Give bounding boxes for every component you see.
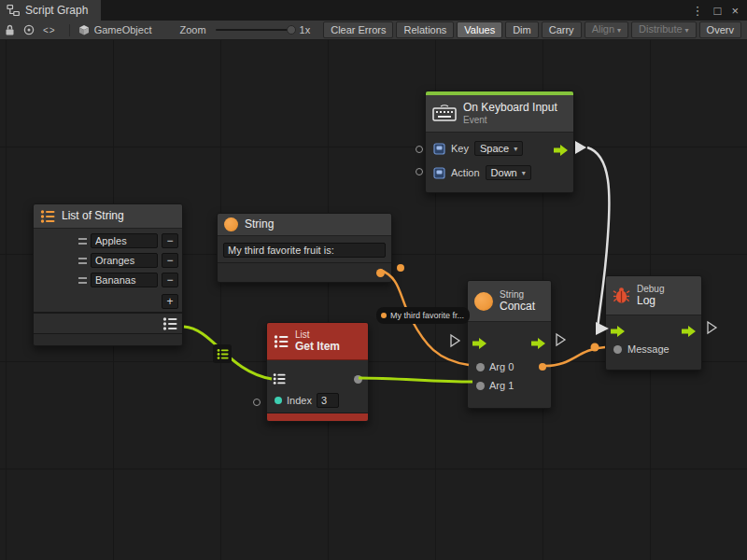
node-header[interactable]: Debug Log <box>606 276 701 315</box>
message-input-port[interactable] <box>613 345 622 354</box>
dim-button[interactable]: Dim <box>505 21 539 38</box>
window-close-icon[interactable]: × <box>731 5 739 17</box>
flow-output-port[interactable] <box>554 143 569 160</box>
tab-script-graph[interactable]: Script Graph <box>0 0 101 21</box>
node-string-literal[interactable]: String <box>217 213 392 283</box>
flow-input-port[interactable] <box>611 324 626 341</box>
list-item-input[interactable] <box>91 253 158 268</box>
flow-row <box>606 319 701 340</box>
align-button[interactable]: Align▾ <box>585 21 628 38</box>
list-value-preview <box>213 344 232 363</box>
distribute-button[interactable]: Distribute▾ <box>631 21 696 38</box>
clear-errors-button[interactable]: Clear Errors <box>323 21 393 38</box>
window-menu-icon[interactable]: ⋮ <box>692 5 704 17</box>
code-icon[interactable]: <> <box>43 25 56 35</box>
action-label: Action <box>451 167 480 178</box>
relations-button[interactable]: Relations <box>396 21 454 38</box>
toolbar-buttons: Clear Errors Relations Values Dim Carry … <box>323 21 741 38</box>
titlebar: Script Graph ⋮ □ × <box>0 0 747 21</box>
node-list-of-string[interactable]: List of String − − − + <box>33 203 183 346</box>
index-label: Index <box>287 395 312 406</box>
action-dropdown[interactable]: Down ▾ <box>486 165 531 180</box>
arg1-input-port[interactable] <box>476 382 485 390</box>
node-on-keyboard-input[interactable]: On Keyboard Input Event Key Space ▾ <box>425 91 574 193</box>
flow-input-port[interactable] <box>472 336 487 353</box>
node-concat[interactable]: String Concat Arg 0 Arg 1 <box>467 280 552 409</box>
list-item-input[interactable] <box>91 273 158 287</box>
chevron-down-icon: ▾ <box>685 26 689 35</box>
list-item: − <box>78 252 178 269</box>
item-output-port[interactable] <box>354 375 362 384</box>
index-input[interactable] <box>317 393 339 408</box>
result-output-port[interactable] <box>539 363 546 371</box>
keyboard-icon <box>432 105 457 122</box>
arg1-row: Arg 1 <box>468 376 551 395</box>
node-title: Get Item <box>295 341 340 353</box>
keycode-icon <box>433 143 445 155</box>
index-outer-port[interactable] <box>253 399 261 406</box>
node-footer <box>34 333 182 345</box>
list-input-port[interactable] <box>273 372 286 385</box>
remove-item-button[interactable]: − <box>162 253 178 268</box>
drag-handle-icon[interactable] <box>78 258 87 264</box>
list-item-input[interactable] <box>91 233 158 248</box>
list-icon <box>40 209 55 224</box>
flow-output-port[interactable] <box>531 336 546 353</box>
node-header[interactable]: List of String <box>34 204 182 229</box>
add-item-button[interactable]: + <box>162 294 178 309</box>
preview-text: My third favorite fr... <box>390 311 464 320</box>
zoom-label: Zoom <box>179 24 205 35</box>
string-output-port[interactable] <box>376 269 385 277</box>
flow-row <box>468 329 551 354</box>
key-dropdown[interactable]: Space ▾ <box>474 141 523 156</box>
script-graph-icon <box>7 4 20 17</box>
string-value-input[interactable] <box>223 243 386 258</box>
drag-handle-icon[interactable] <box>78 238 87 245</box>
overview-button[interactable]: Overv <box>699 21 741 38</box>
arg0-label: Arg 0 <box>489 361 514 372</box>
flow-output-port[interactable] <box>682 324 697 341</box>
script-graph-window: Script Graph ⋮ □ × <> <box>0 0 747 560</box>
toolbar-separator <box>69 24 70 36</box>
string-value-preview: My third favorite fr... <box>376 307 470 324</box>
chevron-down-icon: ▾ <box>617 26 621 35</box>
node-category: List <box>295 329 340 340</box>
node-get-item[interactable]: List Get Item Index <box>266 322 369 422</box>
zoom-slider[interactable] <box>216 29 292 31</box>
action-icon <box>433 167 445 179</box>
node-body: Key Space ▾ Action Down ▾ <box>426 133 573 192</box>
node-body: Message <box>606 315 701 370</box>
node-header[interactable]: List Get Item <box>267 323 368 360</box>
node-header[interactable]: String <box>218 214 391 236</box>
carry-button[interactable]: Carry <box>542 21 582 38</box>
string-value-row <box>218 236 391 262</box>
action-input-port[interactable] <box>416 168 423 175</box>
values-button[interactable]: Values <box>457 21 502 38</box>
arg1-label: Arg 1 <box>489 380 514 391</box>
message-label: Message <box>627 343 669 355</box>
string-type-dot-icon <box>381 313 387 318</box>
string-type-icon <box>474 292 493 311</box>
inspect-icon[interactable] <box>23 24 35 35</box>
drag-handle-icon[interactable] <box>78 277 87 284</box>
error-bar <box>267 413 368 421</box>
distribute-label: Distribute <box>639 23 682 35</box>
remove-item-button[interactable]: − <box>162 233 178 248</box>
key-row: Key Space ▾ <box>433 136 566 161</box>
lock-icon[interactable] <box>5 24 15 36</box>
zoom-slider-knob[interactable] <box>287 25 296 35</box>
window-maximize-icon[interactable]: □ <box>714 5 722 17</box>
node-header[interactable]: String Concat <box>468 281 551 322</box>
list-icon <box>217 348 229 360</box>
remove-item-button[interactable]: − <box>162 273 178 287</box>
node-title: Concat <box>500 301 535 313</box>
list-output-port[interactable] <box>162 316 177 331</box>
arg0-input-port[interactable] <box>476 363 485 371</box>
chevron-down-icon: ▾ <box>522 169 526 177</box>
gameobject-selector[interactable]: GameObject <box>78 24 152 35</box>
gameobject-cube-icon <box>78 24 90 35</box>
index-input-port[interactable] <box>275 397 282 404</box>
key-input-port[interactable] <box>416 146 423 153</box>
node-header[interactable]: On Keyboard Input Event <box>426 95 573 133</box>
node-log[interactable]: Debug Log Message <box>605 275 702 371</box>
